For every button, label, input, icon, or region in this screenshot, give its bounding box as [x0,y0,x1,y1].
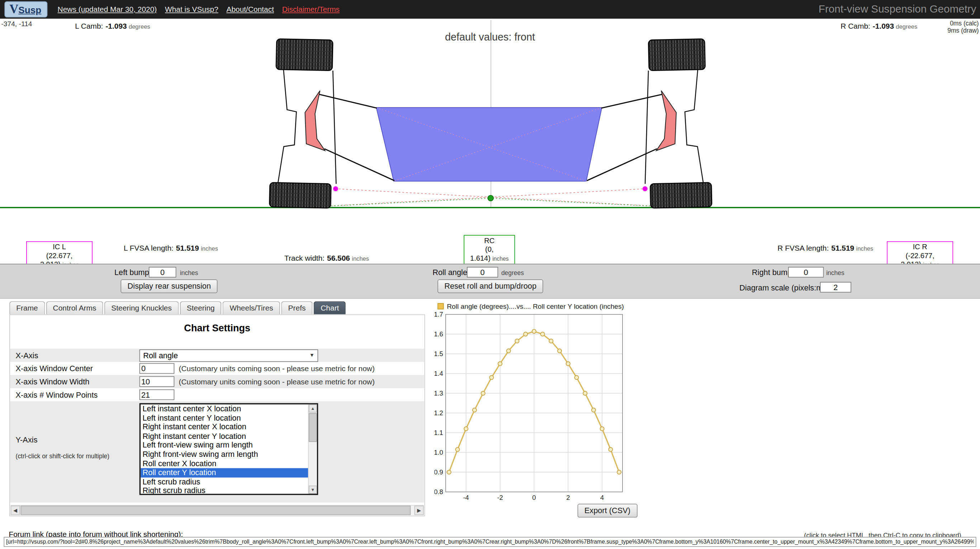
left-lower-control-arm[interactable] [325,149,395,181]
svg-text:-2: -2 [497,494,503,501]
window-width-label: X-axis Window Width [10,377,140,386]
listbox-scrollbar[interactable]: ▲ ▼ [308,404,317,494]
app-title: Front-view Suspension Geometry [819,3,977,16]
svg-text:0: 0 [532,494,536,501]
left-tire[interactable] [269,39,339,208]
scroll-up-icon[interactable]: ▲ [309,404,317,413]
tab-frame[interactable]: Frame [10,301,45,315]
y-axis-option-roll-center-x-location[interactable]: Roll center X location [140,459,308,468]
instant-center-marker-near-left [333,186,338,191]
left-knuckle[interactable] [305,91,325,151]
y-axis-note: (ctrl-click or shift-click for multiple) [16,452,140,459]
suspension-diagram[interactable] [0,19,980,264]
right-bump-input[interactable] [788,267,824,278]
project-title: default values: front [0,31,980,43]
y-axis-listbox-options: Left instant center X locationLeft insta… [140,404,308,495]
y-axis-option-left-scrub-radius[interactable]: Left scrub radius [140,477,308,486]
svg-text:1.2: 1.2 [434,409,443,417]
nav-link-disclaimer-terms[interactable]: Disclaimer/Terms [282,5,340,14]
svg-text:-4: -4 [463,494,469,501]
x-axis-label: X-Axis [10,351,140,360]
y-axis-option-left-front-view-swing-arm-length[interactable]: Left front-view swing arm length [140,441,308,450]
left-bump-unit: inches [180,269,198,276]
vsusp-logo[interactable]: VSusp [4,1,48,17]
window-center-input[interactable] [140,363,175,374]
y-axis-option-right-front-view-swing-arm-length[interactable]: Right front-view swing arm length [140,450,308,459]
left-upper-control-arm[interactable] [320,94,377,108]
listbox-scroll-thumb[interactable] [309,413,317,442]
chart-settings-form: X-Axis Roll angle ▼ X-axis Window Center… [10,349,425,503]
units-note: (Customary units coming soon - please us… [178,377,374,386]
y-axis-option-roll-center-y-location[interactable]: Roll center Y location [140,468,308,477]
legend-text: Roll angle (degrees)....vs.... Roll cent… [447,302,624,310]
roll-angle-unit: degrees [501,269,524,276]
svg-text:0.8: 0.8 [434,488,443,496]
scroll-right-icon[interactable]: ▶ [415,506,424,515]
legend-swatch [438,303,444,309]
left-bump-input[interactable] [149,267,177,278]
diagram-scale-input[interactable] [820,282,851,293]
reset-roll-bump-button[interactable]: Reset roll and bump/droop [438,279,543,293]
y-axis-option-right-instant-center-x-location[interactable]: Right instant center X location [140,423,308,432]
svg-text:1.4: 1.4 [434,370,443,377]
chevron-down-icon: ▼ [309,352,315,358]
svg-text:1.6: 1.6 [434,330,443,338]
y-axis-option-right-scrub-radius[interactable]: Right scrub radius [140,487,308,495]
left-fvsa-line [300,189,645,207]
top-bar: VSusp News (updated Mar 30, 2020)What is… [0,0,980,19]
window-points-input[interactable] [140,390,175,400]
chart-legend: Roll angle (degrees)....vs.... Roll cent… [438,302,624,310]
panel-horizontal-scrollbar[interactable]: ◀ ▶ [11,505,424,515]
settings-panel: FrameControl ArmsSteering KnucklesSteeri… [10,301,425,516]
svg-text:0.9: 0.9 [434,468,443,476]
y-axis-option-left-instant-center-x-location[interactable]: Left instant center X location [140,404,308,414]
tab-steering[interactable]: Steering [180,301,221,315]
svg-text:1.7: 1.7 [434,311,443,318]
scroll-left-icon[interactable]: ◀ [11,506,20,515]
panel-scroll-thumb[interactable] [21,506,411,515]
right-tire-inboard-sidewall [643,71,651,184]
tab-wheels-tires[interactable]: Wheels/Tires [223,301,280,315]
roll-center-marker [488,196,493,201]
y-axis-option-right-instant-center-y-location[interactable]: Right instant center Y location [140,432,308,441]
nav-link-news-updated-mar-30-2020[interactable]: News (updated Mar 30, 2020) [58,5,157,14]
right-tire-outboard-sidewall [684,70,703,183]
tab-chart[interactable]: Chart [314,301,346,315]
window-points-row: X-axis # Window Points [10,388,425,401]
tab-steering-knuckles[interactable]: Steering Knuckles [104,301,178,315]
left-tire-bottom-tread [269,183,331,208]
diagram-scale-label: Diagram scale (pixels:mm) [740,284,832,292]
track-width-readout: Track width:56.506inches [284,254,369,263]
export-csv-button[interactable]: Export (CSV) [578,504,638,517]
frame-shape[interactable] [376,108,602,181]
right-tire-top-tread [648,39,705,71]
y-axis-listbox[interactable]: Left instant center X locationLeft insta… [140,403,318,495]
units-note: (Customary units coming soon - please us… [178,364,374,372]
top-nav: News (updated Mar 30, 2020)What is VSusp… [58,5,340,14]
roll-angle-input[interactable] [467,267,498,278]
y-axis-option-left-instant-center-y-location[interactable]: Left instant center Y location [140,414,308,422]
right-bump-label: Right bump: [752,268,794,277]
window-center-row: X-axis Window Center (Customary units co… [10,362,425,375]
scroll-down-icon[interactable]: ▼ [309,485,317,494]
window-width-input[interactable] [140,376,175,387]
display-rear-button[interactable]: Display rear suspension [121,279,218,293]
svg-text:1.3: 1.3 [434,390,443,397]
nav-link-about-contact[interactable]: About/Contact [226,5,274,14]
forum-link-input[interactable] [3,537,976,547]
right-upper-control-arm[interactable] [601,94,662,108]
nav-link-what-is-vsusp[interactable]: What is VSusp? [165,5,218,14]
tab-prefs[interactable]: Prefs [281,301,312,315]
right-knuckle[interactable] [656,91,676,151]
left-tire-inboard-sidewall [331,71,339,184]
x-axis-select[interactable]: Roll angle ▼ [140,349,318,361]
window-points-label: X-axis # Window Points [10,390,140,399]
instant-center-marker-near-right [643,186,648,191]
svg-text:4: 4 [600,494,604,501]
pointer-coordinates: -374, -114 [1,20,32,28]
tab-control-arms[interactable]: Control Arms [46,301,103,315]
y-axis-row: Y-Axis (ctrl-click or shift-click for mu… [10,401,425,502]
suspension-canvas: -374, -114 L Camb:-1.093degrees R Camb:-… [0,19,980,264]
right-tire[interactable] [642,39,712,208]
right-lower-control-arm[interactable] [587,149,657,181]
